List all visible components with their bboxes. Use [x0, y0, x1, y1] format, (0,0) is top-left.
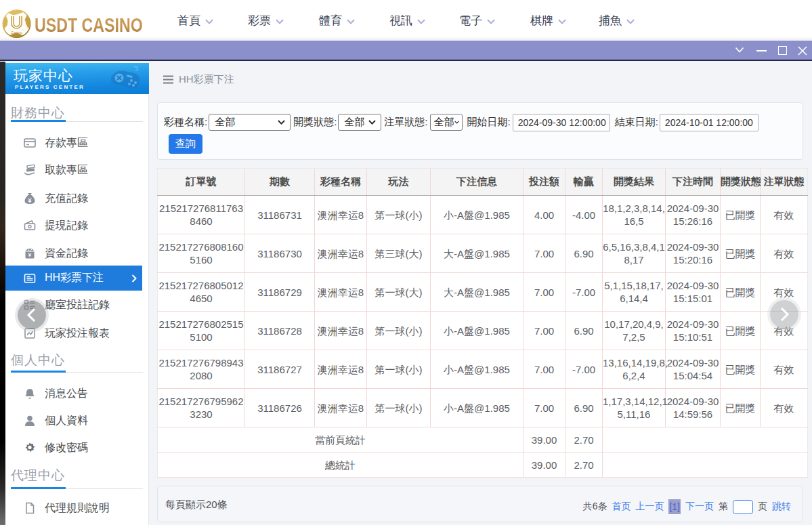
- svg-text:¥: ¥: [28, 252, 32, 258]
- svg-text:Casino: Casino: [11, 30, 22, 35]
